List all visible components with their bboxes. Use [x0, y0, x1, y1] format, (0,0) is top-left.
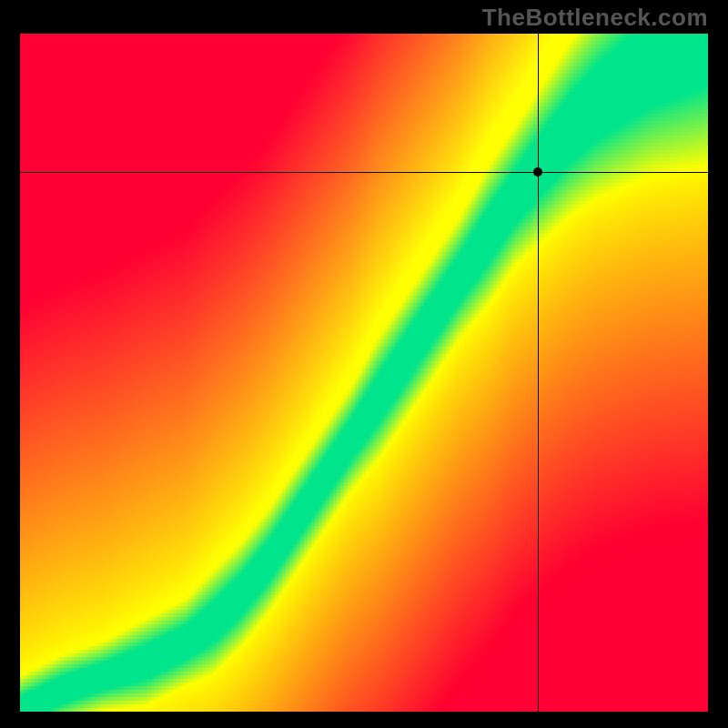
watermark-text: TheBottleneck.com — [482, 4, 708, 32]
crosshair-horizontal — [20, 172, 708, 173]
crosshair-dot — [533, 167, 542, 177]
heatmap-canvas — [20, 34, 708, 712]
crosshair-vertical — [538, 34, 539, 712]
heatmap-plot — [20, 34, 708, 712]
